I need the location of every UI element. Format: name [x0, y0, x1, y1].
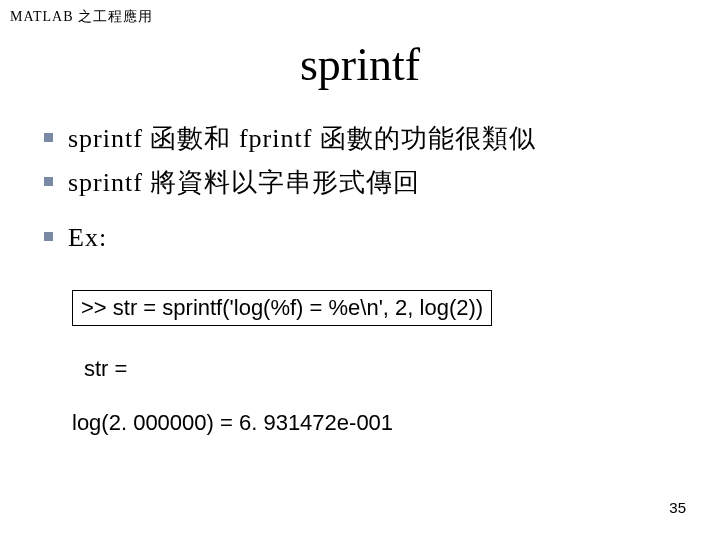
code-command: >> str = sprintf('log(%f) = %e\n', 2, lo…: [72, 290, 492, 326]
square-bullet-icon: [44, 177, 53, 186]
square-bullet-icon: [44, 232, 53, 241]
code-output-value: log(2. 000000) = 6. 931472e-001: [72, 410, 492, 436]
page-number: 35: [669, 499, 686, 516]
list-item: sprintf 將資料以字串形式傳回: [40, 164, 680, 202]
bullet-list: sprintf 函數和 fprintf 函數的功能很類似 sprintf 將資料…: [40, 120, 680, 257]
code-block: >> str = sprintf('log(%f) = %e\n', 2, lo…: [72, 290, 492, 436]
slide-header: MATLAB 之工程應用: [10, 8, 153, 26]
square-bullet-icon: [44, 133, 53, 142]
list-item: Ex:: [40, 219, 680, 257]
slide: MATLAB 之工程應用 sprintf sprintf 函數和 fprintf…: [0, 0, 720, 540]
bullet-text: sprintf 函數和 fprintf 函數的功能很類似: [68, 124, 536, 153]
bullet-text: sprintf 將資料以字串形式傳回: [68, 168, 420, 197]
bullet-text: Ex:: [68, 223, 107, 252]
slide-body: sprintf 函數和 fprintf 函數的功能很類似 sprintf 將資料…: [40, 120, 680, 263]
slide-title: sprintf: [0, 38, 720, 91]
list-item: sprintf 函數和 fprintf 函數的功能很類似: [40, 120, 680, 158]
code-output-label: str =: [84, 356, 492, 382]
